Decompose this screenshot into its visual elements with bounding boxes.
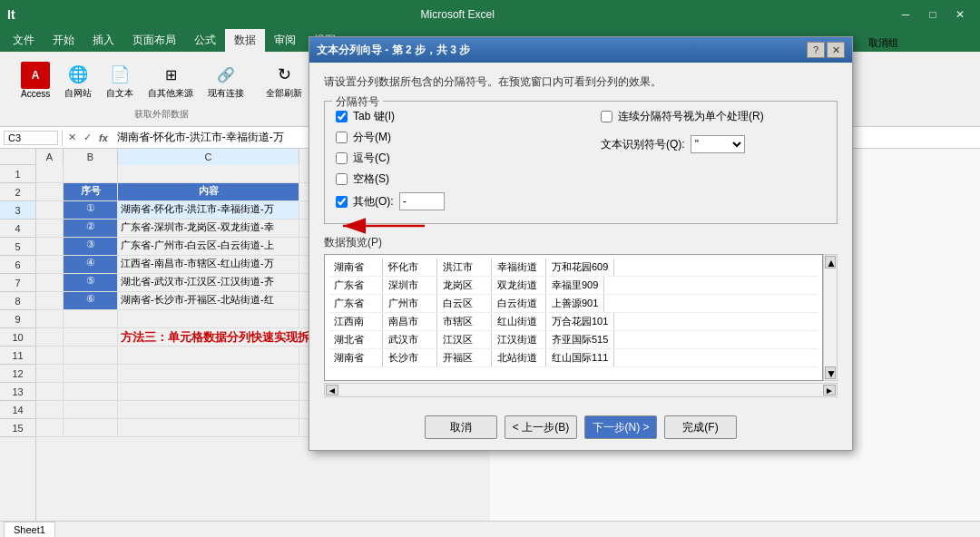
text-split-dialog[interactable]: 文本分列向导 - 第 2 步，共 3 步 ? ✕ 请设置分列数据所包含的分隔符号…: [309, 36, 853, 451]
scroll-right-btn[interactable]: ►: [823, 385, 836, 395]
cell-b6[interactable]: ④: [64, 256, 118, 274]
dialog-close-button[interactable]: ✕: [827, 42, 845, 58]
finish-button[interactable]: 完成(F): [664, 415, 737, 439]
preview-area[interactable]: 湖南省 怀化市 洪江市 幸福街道 万和花园609 广东省 深圳市 龙岗区 双龙街…: [324, 254, 823, 381]
semicolon-checkbox[interactable]: [336, 132, 348, 143]
access-btn[interactable]: A Access: [15, 57, 56, 104]
preview-cell-3-4: 白云街道: [492, 295, 546, 312]
cell-reference[interactable]: [4, 131, 58, 145]
preview-cell-2-3: 龙岗区: [437, 277, 492, 294]
cell-b11[interactable]: [64, 347, 118, 365]
col-header-a: A: [36, 149, 64, 165]
existing-conn-btn[interactable]: 🔗 现有连接: [201, 57, 250, 104]
text-btn[interactable]: 📄 自文本: [100, 57, 140, 104]
continuous-label: 连续分隔符号视为单个处理(R): [618, 109, 764, 124]
cell-b12[interactable]: [64, 365, 118, 383]
cell-b15[interactable]: [64, 419, 118, 437]
cell-b14[interactable]: [64, 401, 118, 419]
cell-c7[interactable]: 湖北省-武汉市-江汉区-江汉街道-齐: [118, 274, 299, 292]
cell-a3[interactable]: [36, 201, 64, 220]
refresh-all-btn[interactable]: ↻ 全部刷新: [260, 57, 309, 104]
other-checkbox[interactable]: [336, 196, 348, 208]
scroll-up-btn[interactable]: ▲: [825, 256, 836, 268]
tab-data[interactable]: 数据: [225, 29, 265, 52]
web-btn[interactable]: 🌐 自网站: [58, 57, 98, 104]
cell-c11[interactable]: [118, 347, 299, 365]
dialog-description: 请设置分列数据所包含的分隔符号。在预览窗口内可看到分列的效果。: [324, 73, 838, 90]
cell-a5[interactable]: [36, 238, 64, 256]
other-input[interactable]: [399, 192, 445, 210]
cell-c5[interactable]: 广东省-广州市-白云区-白云街道-上: [118, 238, 299, 256]
cell-b13[interactable]: [64, 383, 118, 401]
prev-button[interactable]: < 上一步(B): [505, 415, 577, 439]
tab-checkbox[interactable]: [336, 111, 348, 122]
cell-b1[interactable]: [64, 165, 118, 183]
cancel-button[interactable]: 取消: [425, 415, 497, 439]
preview-cell-6-1: 湖南省: [328, 349, 383, 366]
cell-a11[interactable]: [36, 347, 64, 365]
preview-cell-2-1: 广东省: [328, 277, 383, 294]
cell-a15[interactable]: [36, 419, 64, 437]
tab-formula[interactable]: 公式: [185, 29, 225, 52]
cell-c13[interactable]: [118, 383, 299, 401]
space-label: 空格(S): [353, 171, 389, 187]
cell-c15[interactable]: [118, 419, 299, 437]
cell-b3[interactable]: ①: [64, 201, 118, 220]
tab-home[interactable]: 开始: [44, 29, 83, 52]
close-button[interactable]: ✕: [947, 5, 973, 24]
comma-checkbox[interactable]: [336, 152, 348, 164]
cell-a6[interactable]: [36, 256, 64, 274]
tab-file[interactable]: 文件: [4, 29, 44, 52]
cell-b8[interactable]: ⑥: [64, 292, 118, 310]
cell-c2[interactable]: 内容: [118, 183, 299, 201]
formula-fx[interactable]: fx: [97, 132, 110, 143]
preview-cell-2-4: 双龙街道: [492, 277, 546, 294]
cell-c12[interactable]: [118, 365, 299, 383]
cell-c3[interactable]: 湖南省-怀化市-洪江市-幸福街道-万: [118, 201, 299, 220]
other-source-btn[interactable]: ⊞ 自其他来源: [142, 57, 200, 104]
preview-cell-4-1: 江西南: [328, 313, 383, 330]
sheet-tab-1[interactable]: Sheet1: [4, 522, 55, 537]
cell-a2[interactable]: [36, 183, 64, 201]
cell-a14[interactable]: [36, 401, 64, 419]
cell-a8[interactable]: [36, 292, 64, 310]
cell-b9[interactable]: [64, 310, 118, 328]
cell-a13[interactable]: [36, 383, 64, 401]
cell-c14[interactable]: [118, 401, 299, 419]
cell-c6[interactable]: 江西省-南昌市-市辖区-红山街道-万: [118, 256, 299, 274]
separator-left: Tab 键(I) 分号(M) 逗号(C) 空格(S): [336, 109, 579, 216]
cell-c1[interactable]: [118, 165, 299, 183]
cell-b10[interactable]: [64, 328, 118, 347]
dialog-help-button[interactable]: ?: [807, 42, 825, 58]
text-qualifier-select[interactable]: " ' {none}: [691, 135, 745, 153]
cell-a1[interactable]: [36, 165, 64, 183]
maximize-button[interactable]: □: [920, 5, 946, 24]
cell-c8[interactable]: 湖南省-长沙市-开福区-北站街道-红: [118, 292, 299, 310]
check-icon[interactable]: ✓: [82, 132, 93, 143]
scroll-down-btn[interactable]: ▼: [825, 366, 836, 379]
space-checkbox[interactable]: [336, 173, 348, 185]
tab-review[interactable]: 审阅: [265, 29, 305, 52]
preview-scrollbar[interactable]: ▲ ▼: [823, 254, 838, 381]
cell-b4[interactable]: ②: [64, 220, 118, 238]
scroll-left-btn[interactable]: ◄: [326, 385, 338, 395]
next-button[interactable]: 下一步(N) >: [584, 415, 657, 439]
fx-icon[interactable]: ✕: [66, 132, 78, 143]
cell-a12[interactable]: [36, 365, 64, 383]
cell-a7[interactable]: [36, 274, 64, 292]
continuous-checkbox[interactable]: [601, 111, 612, 122]
preview-hscrollbar[interactable]: ◄ ►: [324, 383, 838, 397]
cell-b5[interactable]: ③: [64, 238, 118, 256]
preview-cell-1-3: 洪江市: [437, 259, 492, 276]
tab-layout[interactable]: 页面布局: [123, 29, 185, 52]
cell-c4[interactable]: 广东省-深圳市-龙岗区-双龙街道-幸: [118, 220, 299, 238]
cell-a9[interactable]: [36, 310, 64, 328]
minimize-button[interactable]: ─: [893, 5, 918, 24]
external-group-title: 获取外部数据: [134, 108, 189, 121]
cell-b7[interactable]: ⑤: [64, 274, 118, 292]
cell-c9[interactable]: [118, 310, 299, 328]
tab-insert[interactable]: 插入: [83, 29, 123, 52]
cell-a10[interactable]: [36, 328, 64, 347]
cell-a4[interactable]: [36, 220, 64, 238]
cell-b2[interactable]: 序号: [64, 183, 118, 201]
